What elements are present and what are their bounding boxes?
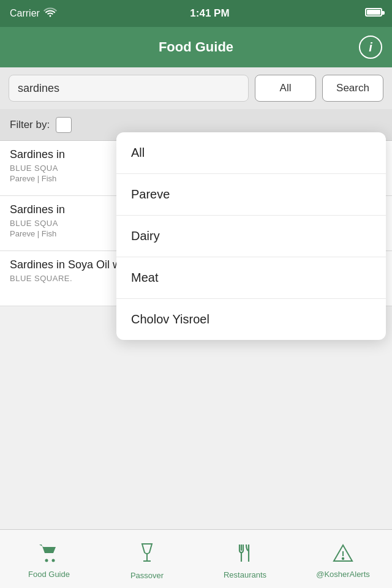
wifi-icon (43, 7, 57, 20)
tab-passover[interactable]: Passover (98, 538, 196, 580)
tab-kosher-alerts[interactable]: @KosherAlerts (294, 539, 392, 579)
status-left: Carrier (10, 7, 57, 20)
svg-point-8 (342, 558, 344, 559)
tab-kosher-alerts-label: @KosherAlerts (316, 570, 370, 579)
dropdown-item-meat[interactable]: Meat (116, 257, 386, 299)
carrier-text: Carrier (10, 8, 40, 19)
tab-restaurants[interactable]: Restaurants (196, 538, 294, 579)
dropdown-item-dairy[interactable]: Dairy (116, 216, 386, 257)
search-input[interactable] (9, 75, 249, 102)
tab-food-guide[interactable]: Food Guide (0, 539, 98, 579)
dropdown-popup: All Pareve Dairy Meat Cholov Yisroel (116, 132, 386, 340)
info-button[interactable]: i (359, 36, 382, 59)
dropdown-item-all[interactable]: All (116, 132, 386, 174)
svg-point-0 (45, 559, 48, 562)
svg-point-1 (52, 559, 55, 562)
filter-dropdown-button[interactable]: All (255, 75, 316, 102)
dropdown-overlay[interactable]: All Pareve Dairy Meat Cholov Yisroel (0, 109, 392, 529)
status-time: 1:41 PM (190, 7, 229, 20)
dropdown-item-cholov-yisroel[interactable]: Cholov Yisroel (116, 299, 386, 340)
wine-glass-icon (139, 543, 155, 568)
tab-restaurants-label: Restaurants (224, 570, 266, 579)
search-button[interactable]: Search (322, 75, 383, 102)
alert-icon (333, 544, 353, 567)
fork-knife-icon (236, 543, 254, 567)
cart-icon (39, 544, 59, 567)
search-bar: All Search (0, 67, 392, 109)
dropdown-item-pareve[interactable]: Pareve (116, 174, 386, 216)
tab-food-guide-label: Food Guide (28, 570, 70, 579)
status-right (363, 8, 382, 19)
battery-icon (363, 8, 382, 19)
status-bar: Carrier 1:41 PM (0, 0, 392, 27)
tab-bar: Food Guide Passover Restaurants (0, 529, 392, 588)
nav-bar: Food Guide i (0, 27, 392, 67)
content-area: Filter by: Sardines in BLUE SQUA Pareve … (0, 109, 392, 529)
nav-title: Food Guide (159, 39, 233, 55)
tab-passover-label: Passover (130, 571, 164, 580)
